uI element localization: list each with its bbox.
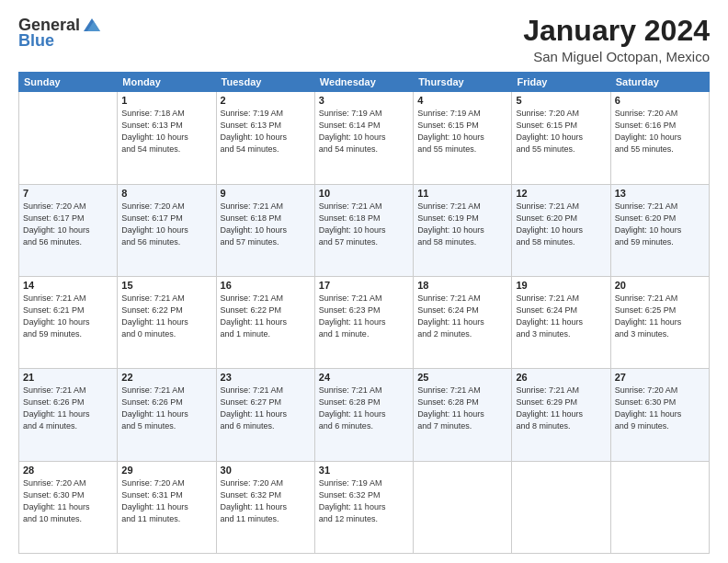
table-cell — [610, 461, 709, 553]
day-info: Sunrise: 7:19 AMSunset: 6:14 PMDaylight:… — [319, 108, 409, 155]
calendar-row: 14Sunrise: 7:21 AMSunset: 6:21 PMDayligh… — [19, 276, 710, 368]
table-cell: 5Sunrise: 7:20 AMSunset: 6:15 PMDaylight… — [512, 92, 610, 184]
col-sunday: Sunday — [19, 73, 118, 92]
day-info: Sunrise: 7:20 AMSunset: 6:17 PMDaylight:… — [121, 201, 211, 248]
table-cell: 21Sunrise: 7:21 AMSunset: 6:26 PMDayligh… — [19, 369, 118, 461]
day-info: Sunrise: 7:21 AMSunset: 6:20 PMDaylight:… — [615, 201, 705, 248]
day-number: 26 — [516, 372, 606, 383]
table-cell: 22Sunrise: 7:21 AMSunset: 6:26 PMDayligh… — [118, 369, 216, 461]
calendar-row: 7Sunrise: 7:20 AMSunset: 6:17 PMDaylight… — [19, 184, 710, 276]
table-cell: 2Sunrise: 7:19 AMSunset: 6:13 PMDaylight… — [216, 92, 314, 184]
header: General Blue January 2024 San Miguel Oct… — [18, 15, 710, 64]
table-cell: 29Sunrise: 7:20 AMSunset: 6:31 PMDayligh… — [118, 461, 216, 553]
day-number: 13 — [615, 188, 705, 199]
logo: General Blue — [18, 15, 102, 51]
table-cell: 6Sunrise: 7:20 AMSunset: 6:16 PMDaylight… — [610, 92, 709, 184]
day-info: Sunrise: 7:19 AMSunset: 6:13 PMDaylight:… — [221, 108, 311, 155]
day-number: 14 — [23, 280, 113, 291]
day-number: 9 — [221, 188, 311, 199]
day-number: 28 — [23, 465, 113, 476]
col-monday: Monday — [118, 73, 216, 92]
day-number: 12 — [516, 188, 606, 199]
day-info: Sunrise: 7:20 AMSunset: 6:30 PMDaylight:… — [23, 477, 113, 525]
calendar-row: 1Sunrise: 7:18 AMSunset: 6:13 PMDaylight… — [19, 92, 710, 184]
day-number: 25 — [417, 372, 507, 383]
day-number: 2 — [221, 95, 311, 106]
month-title: January 2024 — [523, 15, 710, 47]
day-info: Sunrise: 7:21 AMSunset: 6:26 PMDaylight:… — [121, 385, 211, 432]
table-cell: 7Sunrise: 7:20 AMSunset: 6:17 PMDaylight… — [19, 184, 118, 276]
day-number: 3 — [319, 95, 409, 106]
table-cell: 23Sunrise: 7:21 AMSunset: 6:27 PMDayligh… — [216, 369, 314, 461]
page: General Blue January 2024 San Miguel Oct… — [0, 0, 728, 563]
day-info: Sunrise: 7:21 AMSunset: 6:21 PMDaylight:… — [23, 293, 113, 340]
table-cell: 13Sunrise: 7:21 AMSunset: 6:20 PMDayligh… — [610, 184, 709, 276]
day-number: 1 — [121, 95, 211, 106]
table-cell: 3Sunrise: 7:19 AMSunset: 6:14 PMDaylight… — [314, 92, 413, 184]
calendar-row: 21Sunrise: 7:21 AMSunset: 6:26 PMDayligh… — [19, 369, 710, 461]
location-title: San Miguel Octopan, Mexico — [523, 49, 710, 64]
table-cell: 15Sunrise: 7:21 AMSunset: 6:22 PMDayligh… — [118, 276, 216, 368]
calendar-row: 28Sunrise: 7:20 AMSunset: 6:30 PMDayligh… — [19, 461, 710, 553]
day-number: 16 — [221, 280, 311, 291]
table-cell: 19Sunrise: 7:21 AMSunset: 6:24 PMDayligh… — [512, 276, 610, 368]
day-info: Sunrise: 7:20 AMSunset: 6:17 PMDaylight:… — [23, 201, 113, 248]
col-friday: Friday — [512, 73, 610, 92]
table-cell: 31Sunrise: 7:19 AMSunset: 6:32 PMDayligh… — [314, 461, 413, 553]
day-info: Sunrise: 7:20 AMSunset: 6:15 PMDaylight:… — [516, 108, 606, 155]
day-info: Sunrise: 7:21 AMSunset: 6:22 PMDaylight:… — [221, 293, 311, 340]
day-number: 15 — [121, 280, 211, 291]
day-number: 5 — [516, 95, 606, 106]
calendar-table: Sunday Monday Tuesday Wednesday Thursday… — [18, 72, 710, 554]
day-number: 18 — [417, 280, 507, 291]
day-info: Sunrise: 7:21 AMSunset: 6:18 PMDaylight:… — [221, 201, 311, 248]
day-info: Sunrise: 7:20 AMSunset: 6:16 PMDaylight:… — [615, 108, 705, 155]
col-saturday: Saturday — [610, 73, 709, 92]
day-number: 8 — [121, 188, 211, 199]
day-number: 11 — [417, 188, 507, 199]
table-cell — [414, 461, 512, 553]
day-number: 21 — [23, 372, 113, 383]
logo-blue: Blue — [18, 31, 54, 51]
table-cell: 4Sunrise: 7:19 AMSunset: 6:15 PMDaylight… — [414, 92, 512, 184]
table-cell: 11Sunrise: 7:21 AMSunset: 6:19 PMDayligh… — [414, 184, 512, 276]
day-info: Sunrise: 7:19 AMSunset: 6:32 PMDaylight:… — [319, 477, 409, 525]
day-info: Sunrise: 7:21 AMSunset: 6:28 PMDaylight:… — [417, 385, 507, 432]
day-number: 29 — [121, 465, 211, 476]
table-cell: 8Sunrise: 7:20 AMSunset: 6:17 PMDaylight… — [118, 184, 216, 276]
day-number: 4 — [417, 95, 507, 106]
day-info: Sunrise: 7:20 AMSunset: 6:31 PMDaylight:… — [121, 477, 211, 525]
day-number: 31 — [319, 465, 409, 476]
day-info: Sunrise: 7:21 AMSunset: 6:27 PMDaylight:… — [221, 385, 311, 432]
table-cell: 24Sunrise: 7:21 AMSunset: 6:28 PMDayligh… — [314, 369, 413, 461]
table-cell: 30Sunrise: 7:20 AMSunset: 6:32 PMDayligh… — [216, 461, 314, 553]
day-info: Sunrise: 7:18 AMSunset: 6:13 PMDaylight:… — [121, 108, 211, 155]
day-number: 19 — [516, 280, 606, 291]
day-number: 6 — [615, 95, 705, 106]
day-info: Sunrise: 7:21 AMSunset: 6:19 PMDaylight:… — [417, 201, 507, 248]
day-number: 23 — [221, 372, 311, 383]
table-cell: 25Sunrise: 7:21 AMSunset: 6:28 PMDayligh… — [414, 369, 512, 461]
col-tuesday: Tuesday — [216, 73, 314, 92]
day-info: Sunrise: 7:21 AMSunset: 6:24 PMDaylight:… — [417, 293, 507, 340]
table-cell: 20Sunrise: 7:21 AMSunset: 6:25 PMDayligh… — [610, 276, 709, 368]
table-cell: 10Sunrise: 7:21 AMSunset: 6:18 PMDayligh… — [314, 184, 413, 276]
table-cell: 12Sunrise: 7:21 AMSunset: 6:20 PMDayligh… — [512, 184, 610, 276]
col-thursday: Thursday — [414, 73, 512, 92]
day-info: Sunrise: 7:21 AMSunset: 6:22 PMDaylight:… — [121, 293, 211, 340]
table-cell — [512, 461, 610, 553]
day-info: Sunrise: 7:21 AMSunset: 6:24 PMDaylight:… — [516, 293, 606, 340]
table-cell: 28Sunrise: 7:20 AMSunset: 6:30 PMDayligh… — [19, 461, 118, 553]
header-row: Sunday Monday Tuesday Wednesday Thursday… — [19, 73, 710, 92]
day-number: 10 — [319, 188, 409, 199]
day-number: 22 — [121, 372, 211, 383]
table-cell — [19, 92, 118, 184]
day-info: Sunrise: 7:21 AMSunset: 6:29 PMDaylight:… — [516, 385, 606, 432]
day-number: 24 — [319, 372, 409, 383]
table-cell: 17Sunrise: 7:21 AMSunset: 6:23 PMDayligh… — [314, 276, 413, 368]
day-number: 30 — [221, 465, 311, 476]
day-info: Sunrise: 7:21 AMSunset: 6:20 PMDaylight:… — [516, 201, 606, 248]
day-info: Sunrise: 7:21 AMSunset: 6:25 PMDaylight:… — [615, 293, 705, 340]
table-cell: 27Sunrise: 7:20 AMSunset: 6:30 PMDayligh… — [610, 369, 709, 461]
day-number: 7 — [23, 188, 113, 199]
